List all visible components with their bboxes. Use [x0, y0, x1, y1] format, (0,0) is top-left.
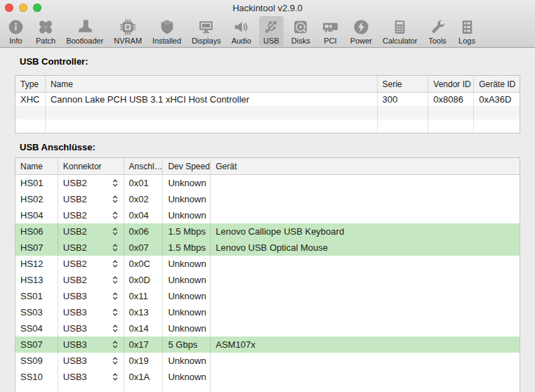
cell-geraet [211, 369, 520, 385]
window-chrome: Hackintool v2.9.0 InfoPatchBootloaderNVR… [0, 0, 535, 48]
cell-anschluss: 0x17 [124, 337, 164, 353]
usb-port-row[interactable]: HS12USB20x0CUnknown [15, 256, 520, 272]
cell-konnektor: USB2 [58, 240, 124, 256]
usb-port-row[interactable]: SS07USB30x175 GbpsASM107x [15, 337, 520, 353]
konnektor-value: USB3 [63, 372, 87, 382]
cell-konnektor: USB3 [58, 320, 124, 337]
konnektor-select[interactable]: USB3 [63, 288, 124, 304]
cell-dev_speed: 1.5 Mbps [163, 223, 211, 240]
column-header[interactable]: Serie [378, 76, 429, 92]
table-header-row: TypeNameSerieVendor IDGeräte ID [15, 76, 520, 93]
empty-cell [58, 385, 124, 392]
updown-chevron-icon [112, 324, 118, 333]
column-header[interactable]: Dev Speed [163, 158, 211, 174]
empty-cell [211, 385, 520, 392]
konnektor-select[interactable]: USB2 [63, 175, 124, 191]
usb-port-row[interactable]: SS01USB30x11Unknown [15, 288, 520, 304]
toolbar-item-pci[interactable]: PCI [318, 16, 343, 46]
konnektor-select[interactable]: USB2 [63, 207, 124, 223]
usb-port-row[interactable]: HS04USB20x04Unknown [15, 207, 520, 223]
column-header[interactable]: Gerät [211, 158, 520, 174]
usb-port-row[interactable]: HS02USB20x02Unknown [15, 191, 520, 207]
cell-dev_speed: Unknown [163, 288, 211, 304]
column-header[interactable]: Konnektor [58, 158, 124, 174]
column-header[interactable]: Name [46, 76, 378, 92]
konnektor-select[interactable]: USB2 [63, 240, 124, 256]
cell-anschluss: 0x04 [124, 207, 164, 223]
konnektor-select[interactable]: USB2 [63, 256, 124, 272]
usb-port-row[interactable]: HS07USB20x071.5 MbpsLenovo USB Optical M… [15, 240, 520, 256]
cell-vendor_id: 0x8086 [428, 93, 474, 106]
usb-port-row[interactable]: SS03USB30x13Unknown [15, 304, 520, 320]
cell-name: Cannon Lake PCH USB 3.1 xHCI Host Contro… [46, 93, 378, 106]
toolbar-item-usb[interactable]: USB [259, 16, 284, 46]
konnektor-select[interactable]: USB2 [63, 191, 124, 207]
installed-icon [157, 18, 176, 36]
cell-geraet [211, 207, 520, 223]
empty-cell [474, 119, 520, 133]
cell-konnektor: USB3 [58, 337, 124, 353]
cell-konnektor: USB3 [58, 369, 124, 385]
toolbar-item-patch[interactable]: Patch [33, 16, 58, 46]
cell-serie: 300 [378, 93, 429, 106]
empty-cell [46, 119, 378, 133]
konnektor-select[interactable]: USB3 [63, 320, 124, 337]
toolbar-item-info[interactable]: Info [4, 16, 28, 46]
usb-port-row[interactable]: HS06USB20x061.5 MbpsLenovo Calliope USB … [15, 223, 520, 240]
column-header[interactable]: Vendor ID [428, 76, 474, 92]
usb-port-row[interactable]: HS13USB20x0DUnknown [15, 272, 520, 288]
cell-konnektor: USB2 [58, 191, 124, 207]
column-header[interactable]: Type [15, 76, 46, 92]
toolbar-item-calculator[interactable]: Calculator [380, 16, 421, 46]
cell-name: HS12 [15, 256, 58, 272]
toolbar-item-logs[interactable]: Logs [455, 16, 480, 46]
usb-port-row[interactable]: SS09USB30x19Unknown [15, 353, 520, 369]
cell-konnektor: USB3 [58, 304, 124, 320]
konnektor-select[interactable]: USB2 [63, 272, 124, 288]
column-header[interactable]: Name [15, 158, 58, 174]
cell-name: HS07 [15, 240, 58, 256]
toolbar-item-nvram[interactable]: NVRAM [111, 16, 145, 46]
empty-row [15, 106, 520, 119]
empty-cell [124, 385, 164, 392]
konnektor-select[interactable]: USB3 [63, 369, 124, 385]
konnektor-select[interactable]: USB3 [63, 304, 124, 320]
cell-dev_speed: Unknown [163, 353, 211, 369]
usb-port-row[interactable]: SS10USB30x1AUnknown [15, 369, 520, 385]
empty-cell [428, 119, 474, 133]
info-icon [6, 18, 25, 36]
konnektor-value: USB3 [63, 355, 87, 366]
toolbar-item-disks[interactable]: Disks [289, 16, 313, 46]
disks-icon [291, 18, 310, 36]
konnektor-select[interactable]: USB3 [63, 337, 124, 353]
toolbar-item-power[interactable]: Power [348, 16, 375, 46]
power-icon [352, 18, 371, 36]
toolbar-item-audio[interactable]: Audio [229, 16, 254, 46]
controller-row[interactable]: XHCCannon Lake PCH USB 3.1 xHCI Host Con… [15, 93, 520, 106]
column-header[interactable]: Anschl… [124, 158, 164, 174]
cell-dev_speed: Unknown [163, 320, 211, 337]
cell-geraet [211, 320, 520, 337]
toolbar-item-displays[interactable]: Displays [189, 16, 224, 46]
toolbar-item-bootloader[interactable]: Bootloader [63, 16, 106, 46]
cell-anschluss: 0x01 [124, 175, 164, 191]
updown-chevron-icon [112, 356, 118, 365]
cell-name: SS04 [15, 320, 58, 337]
usb-port-row[interactable]: HS01USB20x01Unknown [15, 175, 520, 191]
konnektor-value: USB2 [63, 259, 87, 269]
toolbar-item-installed[interactable]: Installed [150, 16, 184, 46]
toolbar-item-tools[interactable]: Tools [425, 16, 450, 46]
updown-chevron-icon [112, 243, 118, 252]
usb-port-row[interactable]: SS04USB30x14Unknown [15, 320, 520, 337]
konnektor-select[interactable]: USB3 [63, 353, 124, 369]
cell-anschluss: 0x07 [124, 240, 164, 256]
cell-geraet: Lenovo Calliope USB Keyboard [211, 223, 520, 240]
calculator-icon [390, 18, 409, 36]
toolbar-item-label: USB [263, 37, 279, 45]
titlebar[interactable]: Hackintool v2.9.0 [0, 0, 535, 15]
window-title: Hackintool v2.9.0 [0, 0, 535, 15]
konnektor-select[interactable]: USB2 [63, 223, 124, 240]
cell-geraet [211, 175, 520, 191]
cell-name: SS01 [15, 288, 58, 304]
column-header[interactable]: Geräte ID [474, 76, 520, 92]
